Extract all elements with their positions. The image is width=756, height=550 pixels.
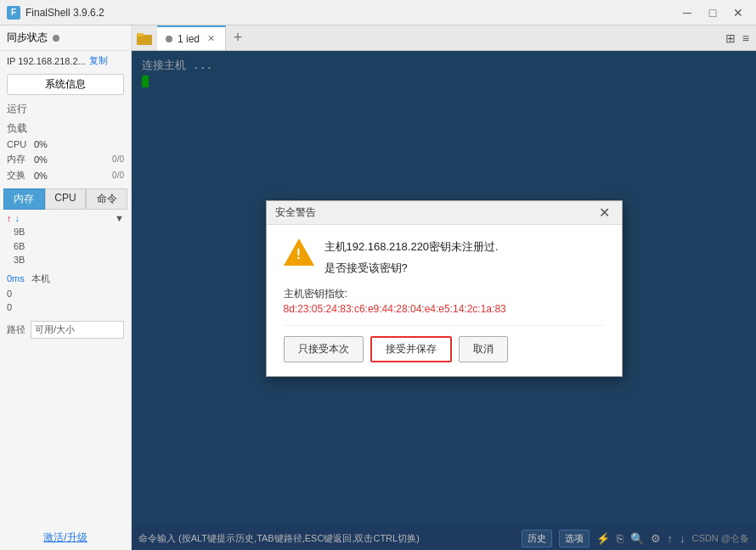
tab-right-icons: ⊞ ≡ xyxy=(724,25,756,50)
ip-row: IP 192.168.218.2... 复制 xyxy=(0,51,131,70)
ping-row: 0ms 本机 xyxy=(0,271,131,287)
scroll-down-icon[interactable]: ↓ xyxy=(680,532,685,545)
sync-status-row: 同步状态 xyxy=(0,25,131,51)
dialog-title: 安全警告 xyxy=(275,205,595,220)
tab-status-dot xyxy=(166,36,172,42)
sync-dot xyxy=(53,35,59,42)
security-dialog: 安全警告 ✕ ! 主机192.168.218.220密钥未注册过. 是否接受该密… xyxy=(266,200,623,378)
search-icon[interactable]: 🔍 xyxy=(630,532,644,545)
dialog-close-button[interactable]: ✕ xyxy=(595,203,613,222)
app-title: FinalShell 3.9.6.2 xyxy=(25,7,676,19)
down-arrow-icon: ↓ xyxy=(15,213,20,223)
window-controls: ─ □ ✕ xyxy=(676,4,749,21)
sidebar: 同步状态 IP 192.168.218.2... 复制 系统信息 运行 负载 C… xyxy=(0,25,132,550)
tab-1-label: 1 ied xyxy=(178,33,200,45)
tab-strip: 1 ied ✕ + ⊞ ≡ xyxy=(132,25,756,51)
titlebar: F FinalShell 3.9.6.2 ─ □ ✕ xyxy=(0,0,756,25)
mem-extra: 0/0 xyxy=(112,154,124,164)
swap-value: 0% xyxy=(34,171,48,181)
cpu-label: CPU xyxy=(7,139,31,149)
net-9b: 9B xyxy=(14,225,124,239)
app-icon: F xyxy=(7,6,20,20)
mem-label: 内存 xyxy=(7,153,31,166)
cpu-row: CPU 0% xyxy=(0,138,131,151)
swap-row: 交换 0% 0/0 xyxy=(0,167,131,183)
tab-close-button[interactable]: ✕ xyxy=(205,33,217,45)
fingerprint-label: 主机密钥指纹: xyxy=(284,287,605,301)
net-zero2: 0 xyxy=(0,300,131,314)
settings-icon[interactable]: ⚙ xyxy=(651,532,661,545)
content-area: 1 ied ✕ + ⊞ ≡ 连接主机 ... xyxy=(132,25,756,550)
tab-add-button[interactable]: + xyxy=(226,25,250,50)
minimize-button[interactable]: ─ xyxy=(676,4,698,21)
scroll-up-icon[interactable]: ↑ xyxy=(668,532,674,545)
ip-label: IP 192.168.218.2... xyxy=(7,56,86,66)
dialog-msg-line1: 主机192.168.218.220密钥未注册过. xyxy=(324,239,499,256)
dialog-buttons: 只接受本次 接受并保存 取消 xyxy=(284,325,605,362)
status-bar: 命令输入 (按ALT键提示历史,TAB键路径,ESC键返回,双击CTRL切换) … xyxy=(132,526,756,550)
flash-icon[interactable]: ⚡ xyxy=(596,532,610,545)
swap-extra: 0/0 xyxy=(112,171,124,180)
net-3b: 3B xyxy=(14,253,124,267)
list-view-icon[interactable]: ≡ xyxy=(741,30,751,47)
mem-value: 0% xyxy=(34,154,48,165)
swap-label: 交换 xyxy=(7,169,31,182)
dialog-body: ! 主机192.168.218.220密钥未注册过. 是否接受该密钥? 主机密钥… xyxy=(267,225,622,377)
copy-button[interactable]: 复制 xyxy=(89,54,108,67)
copy-icon[interactable]: ⎘ xyxy=(617,532,623,545)
tab-mem[interactable]: 内存 xyxy=(3,188,45,210)
net-zero1: 0 xyxy=(0,287,131,300)
status-hint: 命令输入 (按ALT键提示历史,TAB键路径,ESC键返回,双击CTRL切换) xyxy=(138,532,515,545)
up-arrow-icon: ↑ xyxy=(7,213,12,223)
svg-rect-1 xyxy=(137,33,144,36)
folder-icon[interactable] xyxy=(132,25,157,50)
tab-1-ied[interactable]: 1 ied ✕ xyxy=(157,25,226,50)
warning-row: ! 主机192.168.218.220密钥未注册过. 是否接受该密钥? xyxy=(284,239,605,278)
cancel-button[interactable]: 取消 xyxy=(459,336,508,362)
sidebar-tabs: 内存 CPU 命令 xyxy=(3,188,127,210)
tab-cpu[interactable]: CPU xyxy=(45,188,87,210)
ping-local: 本机 xyxy=(31,272,50,285)
tab-cmd[interactable]: 命令 xyxy=(86,188,127,210)
history-button[interactable]: 历史 xyxy=(522,530,552,547)
main-layout: 同步状态 IP 192.168.218.2... 复制 系统信息 运行 负载 C… xyxy=(0,25,756,550)
sync-label: 同步状态 xyxy=(7,31,48,45)
path-label: 路径 xyxy=(7,323,25,336)
accept-save-button[interactable]: 接受并保存 xyxy=(370,336,452,362)
sys-info-button[interactable]: 系统信息 xyxy=(7,74,124,95)
path-box: 可用/大小 xyxy=(31,321,124,339)
net-6b: 6B xyxy=(14,239,124,254)
dialog-msg-line2: 是否接受该密钥? xyxy=(324,260,499,278)
warning-icon: ! xyxy=(284,239,314,269)
upgrade-button[interactable]: 激活/升级 xyxy=(43,531,87,543)
ping-value: 0ms xyxy=(7,273,25,283)
path-row: 路径 可用/大小 xyxy=(0,317,131,342)
network-stats: ↑ ↓ ▼ 9B 6B 3B xyxy=(0,210,131,271)
maximize-button[interactable]: □ xyxy=(702,4,724,21)
fingerprint-value: 8d:23:05:24:83:c6:e9:44:28:04:e4:e5:14:2… xyxy=(284,303,605,315)
cpu-value: 0% xyxy=(34,139,48,149)
expand-icon: ▼ xyxy=(115,213,124,223)
accept-once-button[interactable]: 只接受本次 xyxy=(284,336,364,362)
dialog-message: 主机192.168.218.220密钥未注册过. 是否接受该密钥? xyxy=(324,239,499,278)
net-values: 9B 6B 3B xyxy=(7,225,124,267)
terminal-container: 连接主机 ... 安全警告 ✕ xyxy=(132,51,756,526)
dialog-titlebar: 安全警告 ✕ xyxy=(267,201,622,225)
options-button[interactable]: 选项 xyxy=(559,530,590,547)
brand-label: CSDN @仑备 xyxy=(692,532,749,545)
run-label: 运行 xyxy=(0,98,131,118)
load-label: 负载 xyxy=(0,118,131,138)
dialog-overlay: 安全警告 ✕ ! 主机192.168.218.220密钥未注册过. 是否接受该密… xyxy=(132,51,756,526)
close-button[interactable]: ✕ xyxy=(727,4,749,21)
net-arrows: ↑ ↓ ▼ xyxy=(7,213,124,223)
sidebar-footer: 激活/升级 xyxy=(0,525,131,550)
mem-row: 内存 0% 0/0 xyxy=(0,151,131,167)
grid-view-icon[interactable]: ⊞ xyxy=(724,30,737,47)
